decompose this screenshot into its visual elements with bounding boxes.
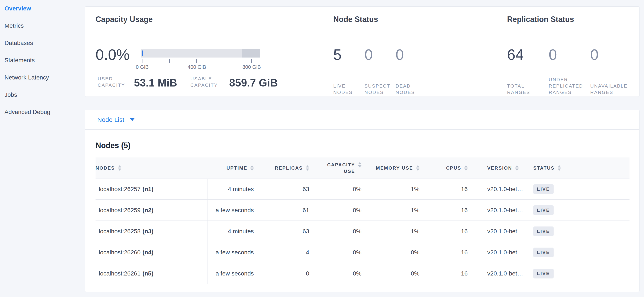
axis-label-0gib: 0 GiB bbox=[136, 64, 149, 70]
node-status-title: Node Status bbox=[333, 15, 500, 24]
cluster-summary-card: Capacity Usage 0.0% 0 GiB 400 GiB 800 Gi… bbox=[85, 6, 640, 97]
nodes-table: NODES UPTIME REPLICAS CAPACITY USE MEMOR… bbox=[96, 157, 630, 284]
version-cell: v20.1.0-bet… bbox=[471, 200, 530, 221]
node-address: localhost:26261 bbox=[99, 270, 140, 277]
unavailable-ranges-label: UNAVAILABLE RANGES bbox=[590, 83, 626, 96]
uptime-cell: a few seconds bbox=[208, 242, 260, 263]
uptime-cell: 4 minutes bbox=[208, 221, 260, 242]
suspect-nodes-label: SUSPECT NODES bbox=[364, 83, 390, 96]
used-capacity-marker bbox=[142, 50, 143, 56]
under-replicated-ranges-value: 0 bbox=[549, 46, 585, 63]
capacity-use-cell: 0% bbox=[313, 263, 364, 284]
nodes-table-body: localhost:26257 (n1) 4 minutes 63 0% 1% … bbox=[96, 179, 630, 284]
sidebar-item-metrics[interactable]: Metrics bbox=[4, 22, 84, 30]
node-list-header: Node List bbox=[85, 110, 639, 130]
node-address: localhost:26257 bbox=[99, 186, 140, 193]
capacity-bar bbox=[142, 49, 260, 57]
column-header-replicas[interactable]: REPLICAS bbox=[260, 157, 313, 179]
column-header-uptime[interactable]: UPTIME bbox=[208, 157, 260, 179]
sidebar-item-network-latency[interactable]: Network Latency bbox=[4, 74, 84, 81]
under-replicated-ranges-label: UNDER-REPLICATED RANGES bbox=[549, 76, 585, 96]
column-header-status[interactable]: STATUS bbox=[530, 157, 630, 179]
column-header-memory-use[interactable]: MEMORY USE bbox=[364, 157, 422, 179]
capacity-axis-ticks bbox=[142, 59, 252, 63]
uptime-cell: 4 minutes bbox=[208, 179, 260, 199]
node-id: (n5) bbox=[142, 270, 153, 277]
sidebar-item-overview[interactable]: Overview bbox=[4, 5, 84, 12]
memory-use-cell: 1% bbox=[364, 200, 422, 221]
dead-nodes-stat: 0 DEAD NODES bbox=[396, 46, 421, 96]
total-ranges-stat: 64 TOTAL RANGES bbox=[507, 46, 543, 96]
live-nodes-value: 5 bbox=[333, 46, 359, 63]
usable-capacity-value: 859.7 GiB bbox=[229, 77, 278, 88]
sort-icon bbox=[558, 165, 561, 171]
node-table-row[interactable]: localhost:26259 (n2) a few seconds 61 0%… bbox=[96, 200, 630, 221]
node-id: (n2) bbox=[142, 207, 153, 214]
cpus-cell: 16 bbox=[422, 221, 471, 242]
sort-icon bbox=[515, 165, 518, 171]
node-address: localhost:26258 bbox=[99, 228, 140, 235]
status-cell: LIVE bbox=[530, 242, 630, 263]
sidebar: Overview Metrics Databases Statements Ne… bbox=[0, 0, 84, 297]
status-cell: LIVE bbox=[530, 263, 630, 284]
capacity-use-cell: 0% bbox=[313, 179, 364, 199]
node-table-row[interactable]: localhost:26258 (n3) 4 minutes 63 0% 1% … bbox=[96, 221, 630, 242]
node-list-dropdown[interactable]: Node List bbox=[97, 116, 134, 123]
capacity-bar-reserved-segment bbox=[242, 49, 260, 57]
node-address-cell: localhost:26261 (n5) bbox=[96, 263, 208, 284]
version-cell: v20.1.0-bet… bbox=[471, 263, 530, 284]
capacity-usage-title: Capacity Usage bbox=[96, 15, 332, 24]
capacity-used-percent: 0.0% bbox=[96, 46, 142, 70]
axis-label-800gib: 800 GiB bbox=[242, 64, 261, 70]
node-table-row[interactable]: localhost:26257 (n1) 4 minutes 63 0% 1% … bbox=[96, 179, 630, 200]
total-ranges-value: 64 bbox=[507, 46, 543, 63]
uptime-cell: a few seconds bbox=[208, 263, 260, 284]
replicas-cell: 0 bbox=[260, 263, 313, 284]
replication-status-title: Replication Status bbox=[507, 15, 635, 24]
sidebar-item-advanced-debug[interactable]: Advanced Debug bbox=[4, 108, 84, 116]
cpus-cell: 16 bbox=[422, 200, 471, 221]
usable-capacity-label: USABLE CAPACITY bbox=[190, 76, 224, 88]
replicas-cell: 63 bbox=[260, 179, 313, 199]
under-replicated-ranges-stat: 0 UNDER-REPLICATED RANGES bbox=[549, 46, 585, 96]
status-cell: LIVE bbox=[530, 221, 630, 242]
node-status-panel: Node Status 5 LIVE NODES 0 SUSPECT NODES… bbox=[333, 15, 500, 96]
node-address-cell: localhost:26258 (n3) bbox=[96, 221, 208, 242]
node-list-dropdown-label: Node List bbox=[97, 116, 124, 123]
dead-nodes-label: DEAD NODES bbox=[396, 83, 421, 96]
replicas-cell: 61 bbox=[260, 200, 313, 221]
column-header-capacity-use[interactable]: CAPACITY USE bbox=[313, 157, 364, 179]
capacity-usage-panel: Capacity Usage 0.0% 0 GiB 400 GiB 800 Gi… bbox=[96, 15, 332, 70]
node-address-cell: localhost:26260 (n4) bbox=[96, 242, 208, 263]
sidebar-item-jobs[interactable]: Jobs bbox=[4, 91, 84, 99]
status-badge: LIVE bbox=[533, 184, 554, 194]
nodes-count-title: Nodes (5) bbox=[96, 141, 629, 150]
status-cell: LIVE bbox=[530, 200, 630, 221]
version-cell: v20.1.0-bet… bbox=[471, 221, 530, 242]
nodes-table-header: NODES UPTIME REPLICAS CAPACITY USE MEMOR… bbox=[96, 157, 630, 179]
status-badge: LIVE bbox=[533, 269, 554, 279]
used-capacity-value: 53.1 MiB bbox=[134, 77, 177, 88]
capacity-bar-chart: 0 GiB 400 GiB 800 GiB bbox=[142, 49, 260, 70]
status-badge: LIVE bbox=[533, 248, 554, 257]
live-nodes-stat: 5 LIVE NODES bbox=[333, 46, 359, 96]
node-table-row[interactable]: localhost:26261 (n5) a few seconds 0 0% … bbox=[96, 263, 630, 284]
node-table-row[interactable]: localhost:26260 (n4) a few seconds 4 0% … bbox=[96, 242, 630, 263]
unavailable-ranges-stat: 0 UNAVAILABLE RANGES bbox=[590, 46, 626, 96]
sort-icon bbox=[464, 165, 468, 171]
sidebar-item-statements[interactable]: Statements bbox=[4, 56, 84, 64]
sidebar-item-databases[interactable]: Databases bbox=[4, 39, 84, 47]
sort-icon bbox=[306, 165, 309, 171]
node-address-cell: localhost:26257 (n1) bbox=[96, 179, 208, 199]
cpus-cell: 16 bbox=[422, 242, 471, 263]
column-header-nodes[interactable]: NODES bbox=[96, 157, 208, 179]
replication-status-panel: Replication Status 64 TOTAL RANGES 0 UND… bbox=[507, 15, 635, 96]
capacity-use-cell: 0% bbox=[313, 221, 364, 242]
version-cell: v20.1.0-bet… bbox=[471, 242, 530, 263]
version-cell: v20.1.0-bet… bbox=[471, 179, 530, 199]
column-header-version[interactable]: VERSION bbox=[471, 157, 530, 179]
node-address-cell: localhost:26259 (n2) bbox=[96, 200, 208, 221]
cpus-cell: 16 bbox=[422, 179, 471, 199]
column-header-cpus[interactable]: CPUS bbox=[422, 157, 471, 179]
status-badge: LIVE bbox=[533, 205, 554, 215]
